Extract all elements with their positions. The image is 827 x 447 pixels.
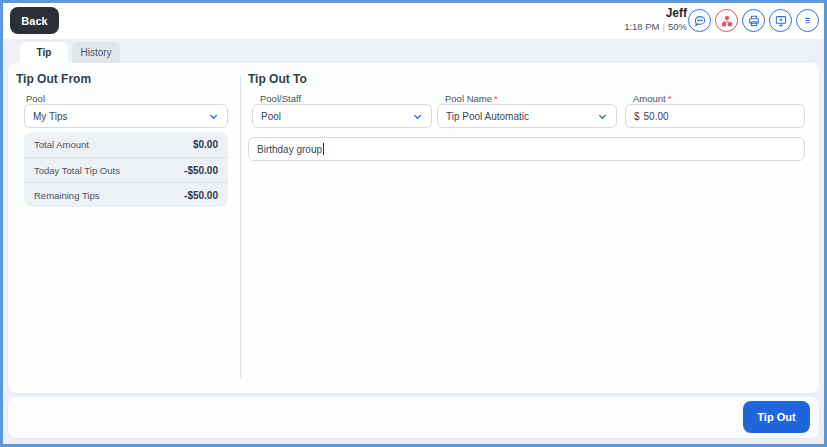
pool-staff-select[interactable]: Pool [252, 104, 432, 128]
tab-tip[interactable]: Tip [20, 42, 68, 63]
pool-select-value: My Tips [33, 111, 208, 122]
summary-value: -$50.00 [184, 165, 218, 176]
summary-label: Remaining Tips [34, 190, 99, 201]
network-icon[interactable] [715, 9, 738, 32]
pool-label: Pool [26, 93, 45, 104]
battery-percent: 50% [668, 21, 687, 32]
currency-prefix: $ [634, 111, 640, 122]
pool-staff-select-value: Pool [261, 111, 412, 122]
pool-name-label: Pool Name* [445, 93, 498, 104]
required-asterisk: * [668, 93, 672, 104]
chevron-down-icon [208, 111, 219, 122]
pos-window: Back Jeff 1:18 PM|50% [0, 0, 827, 447]
menu-icon[interactable] [796, 9, 819, 32]
summary-label: Total Amount [34, 139, 89, 150]
tips-summary-card: Total Amount $0.00 Today Total Tip Outs … [24, 132, 228, 207]
tip-out-panel: Tip Out From Pool My Tips Total Amount $… [8, 63, 819, 393]
summary-value: $0.00 [193, 139, 218, 150]
tab-strip: Tip History [20, 42, 120, 63]
tip-out-button[interactable]: Tip Out [743, 401, 810, 433]
text-cursor [323, 143, 324, 155]
meta-separator: | [663, 21, 665, 32]
time-and-battery: 1:18 PM|50% [624, 21, 687, 33]
amount-input-value: 50.00 [644, 111, 669, 122]
tip-out-from-title: Tip Out From [16, 72, 91, 86]
tab-history[interactable]: History [72, 42, 120, 63]
pool-name-select[interactable]: Tip Pool Automatic [437, 104, 617, 128]
display-icon[interactable] [769, 9, 792, 32]
summary-value: -$50.00 [184, 190, 218, 201]
header-icon-row [688, 9, 819, 32]
summary-label: Today Total Tip Outs [34, 165, 120, 176]
user-block: Jeff 1:18 PM|50% [624, 6, 687, 33]
chevron-down-icon [597, 111, 608, 122]
amount-label: Amount* [633, 93, 671, 104]
clock-time: 1:18 PM [624, 21, 659, 32]
summary-row-total-amount: Total Amount $0.00 [24, 132, 228, 157]
amount-input[interactable]: $ 50.00 [625, 104, 805, 128]
panel-divider [240, 75, 241, 378]
chat-icon[interactable] [688, 9, 711, 32]
back-button[interactable]: Back [10, 7, 59, 34]
note-input[interactable]: Birthday group [248, 137, 805, 161]
required-asterisk: * [494, 93, 498, 104]
pool-staff-label: Pool/Staff [260, 93, 301, 104]
tip-out-to-title: Tip Out To [248, 72, 307, 86]
printer-icon[interactable] [742, 9, 765, 32]
top-bar: Back Jeff 1:18 PM|50% [3, 3, 824, 39]
user-name: Jeff [624, 6, 687, 21]
footer-bar: Tip Out [8, 397, 819, 438]
note-input-value: Birthday group [257, 144, 322, 155]
pool-select[interactable]: My Tips [24, 104, 228, 128]
chevron-down-icon [412, 111, 423, 122]
summary-row-remaining-tips: Remaining Tips -$50.00 [24, 182, 228, 207]
summary-row-today-tip-outs: Today Total Tip Outs -$50.00 [24, 157, 228, 182]
pool-name-select-value: Tip Pool Automatic [446, 111, 597, 122]
